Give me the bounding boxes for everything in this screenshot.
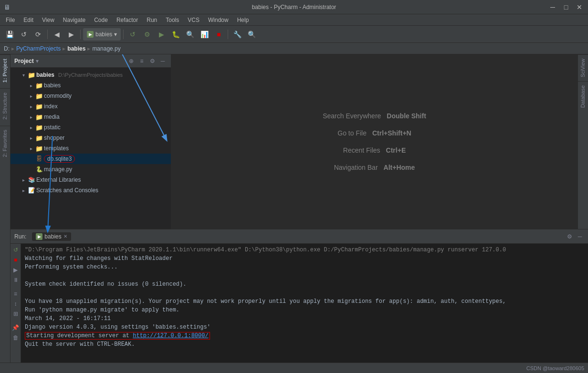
run-panel-side-btns: ↺ ■ ▶ ⏸ ≡ ↕ ⊞ 📌 🗑 [10,244,21,363]
run-pause-btn[interactable]: ⏸ [11,276,20,284]
tree-item-index[interactable]: ▸ 📁 index [10,101,171,112]
breadcrumb-sep-1: ▸ [11,45,14,52]
run-line-4 [25,271,584,280]
menu-bar: File Edit View Navigate Code Refactor Ru… [0,14,588,26]
toolbar-save-btn[interactable]: 💾 [3,28,16,41]
tree-item-db-sqlite3[interactable]: 🗄 db.sqlite3 [10,154,171,164]
menu-help[interactable]: Help [233,16,253,24]
title-bar-left: 🖥 [4,3,10,11]
toolbar-sdk-btn[interactable]: 🔧 [231,28,244,41]
status-bar: CSDN @taoward280605 [0,363,588,373]
run-line-3: Performing system checks... [25,263,584,271]
run-config-dropdown[interactable]: ▾ [114,31,117,38]
breadcrumb-project[interactable]: babies [67,45,85,52]
run-config-icon: ▶ [87,31,94,38]
run-line-10: Django version 4.0.3, using settings 'ba… [25,323,584,332]
editor-area: Search Everywhere Double Shift Go to Fil… [171,54,578,229]
tree-item-commodity[interactable]: ▸ 📁 commodity [10,91,171,101]
hint-recent-files: Recent Files Ctrl+E [343,146,406,154]
tree-item-babies[interactable]: ▸ 📁 babies [10,80,171,91]
hint-recent-files-shortcut: Ctrl+E [386,146,406,154]
menu-run[interactable]: Run [143,16,161,24]
tree-item-templates[interactable]: ▸ 📁 templates [10,143,171,154]
run-scroll-btn[interactable]: ↕ [11,300,20,308]
tree-media-arrow: ▸ [28,114,34,120]
tree-item-external-libraries[interactable]: ▸ 📚 External Libraries [10,175,171,185]
menu-refactor[interactable]: Refactor [113,16,142,24]
toolbar-rerun-btn[interactable]: ↺ [126,28,139,41]
tree-templates-label: templates [44,145,69,152]
toolbar-build-btn[interactable]: ⚙ [140,28,154,41]
project-locate-btn[interactable]: ⊕ [127,57,136,65]
toolbar-run-btn[interactable]: ▶ [155,28,168,41]
tree-shopper-icon: 📁 [35,134,43,142]
run-config-name: babies [95,31,112,38]
toolbar-coverage-btn[interactable]: 🔍 [183,28,197,41]
toolbar-sync-btn[interactable]: ↺ [17,28,31,41]
tree-babies-label: babies [44,82,61,89]
run-settings-btn[interactable]: ⚙ [565,232,574,241]
title-bar-right: ─ □ ✕ [548,2,584,12]
run-trash-btn[interactable]: 🗑 [11,333,20,342]
toolbar-search-btn[interactable]: 🔍 [245,28,258,41]
tree-item-scratches[interactable]: ▸ 📝 Scratches and Consoles [10,185,171,196]
run-tab-babies[interactable]: ▶ babies ✕ [32,232,71,241]
project-minimize-btn[interactable]: ─ [158,57,167,65]
tree-shopper-arrow: ▸ [28,135,34,141]
run-config-selector[interactable]: ▶ babies ▾ [83,28,121,41]
breadcrumb-file[interactable]: manage.py [92,45,120,52]
menu-navigate[interactable]: Navigate [59,16,89,24]
project-dropdown-arrow[interactable]: ▾ [36,58,39,64]
run-line-6 [25,289,584,297]
menu-window[interactable]: Window [204,16,232,24]
tree-item-manage-py[interactable]: 🐍 manage.py [10,164,171,175]
toolbar-profile-btn[interactable]: 📊 [198,28,211,41]
menu-view[interactable]: View [38,16,58,24]
tree-item-shopper[interactable]: ▸ 📁 shopper [10,133,171,143]
project-tab-button[interactable]: 1: Project [0,54,10,86]
run-panel: Run: ▶ babies ✕ ⚙ ─ [10,229,588,363]
project-scroll-btn[interactable]: ≡ [137,57,146,65]
tree-item-media[interactable]: ▸ 📁 media [10,112,171,122]
maximize-button[interactable]: □ [561,2,571,12]
right-sidebar: SciView Database [578,54,588,229]
run-dump-btn[interactable]: ≡ [11,290,20,298]
minimize-button[interactable]: ─ [548,2,557,12]
run-filter-btn[interactable]: ⊞ [11,310,20,318]
database-tab[interactable]: Database [578,81,588,112]
toolbar-stop-btn[interactable]: ■ [212,28,225,41]
run-minimize-btn[interactable]: ─ [576,232,584,241]
close-button[interactable]: ✕ [575,2,584,12]
menu-file[interactable]: File [2,16,19,24]
sciview-tab[interactable]: SciView [578,54,588,81]
toolbar-debug-btn[interactable]: 🐛 [169,28,182,41]
toolbar-sep-3 [123,30,124,39]
tree-pstatic-icon: 📁 [35,124,43,131]
run-panel-header: Run: ▶ babies ✕ ⚙ ─ [10,229,588,244]
menu-tools[interactable]: Tools [162,16,183,24]
tree-item-pstatic[interactable]: ▸ 📁 pstatic [10,122,171,133]
run-tab-close-btn[interactable]: ✕ [63,234,67,239]
tree-root-path: D:\PyCharmProjects\babies [58,72,123,78]
toolbar-back-btn[interactable]: ◀ [50,28,63,41]
favorites-tab-button[interactable]: 2: Favorites [0,125,10,161]
run-rerun-btn[interactable]: ↺ [11,246,20,254]
run-resume-btn[interactable]: ▶ [11,266,20,274]
run-line-9: March 14, 2022 - 16:17:11 [25,314,584,323]
toolbar-forward-btn[interactable]: ▶ [64,28,78,41]
tree-external-icon: 📚 [28,176,35,184]
run-server-link[interactable]: http://127.0.0.1:8000/ [133,332,208,339]
menu-edit[interactable]: Edit [20,16,37,24]
hint-search-everywhere-action: Search Everywhere [323,112,381,120]
project-settings-btn[interactable]: ⚙ [148,57,157,65]
tree-index-label: index [44,103,58,110]
menu-vcs[interactable]: VCS [184,16,203,24]
run-pin-btn[interactable]: 📌 [11,323,20,332]
structure-tab-button[interactable]: 2: Structure [0,88,10,124]
tree-root[interactable]: ▾ 📁 babies D:\PyCharmProjects\babies [10,70,171,80]
menu-code[interactable]: Code [90,16,112,24]
breadcrumb-drive: D: [4,45,10,52]
run-stop-btn[interactable]: ■ [11,256,20,264]
toolbar-reload-btn[interactable]: ⟳ [32,28,45,41]
breadcrumb-projects[interactable]: PyCharmProjects [16,45,61,52]
